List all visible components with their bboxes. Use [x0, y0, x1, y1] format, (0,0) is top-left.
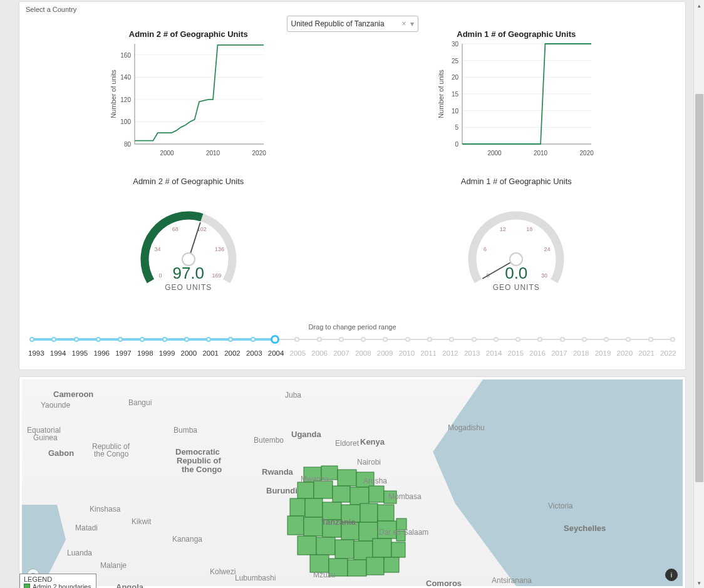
svg-text:80: 80	[124, 141, 132, 148]
svg-rect-56	[298, 482, 314, 498]
svg-text:34: 34	[154, 246, 160, 252]
year-label: 2022	[660, 349, 676, 357]
svg-rect-58	[333, 486, 350, 502]
map-label: Antsiranana	[492, 576, 532, 585]
scroll-up-icon[interactable]: ▴	[694, 0, 704, 11]
year-labels: 1993199419951996199719981999200020012002…	[28, 349, 676, 357]
map-label: Malanje	[100, 561, 127, 570]
svg-rect-62	[290, 498, 305, 516]
gauge-unit: GEO UNITS	[422, 283, 610, 292]
map-label: Kolwezi	[210, 567, 236, 576]
gauge-title: Admin 1 # of Geographic Units	[422, 177, 610, 186]
map-label: Mwanza	[301, 475, 329, 483]
chevron-down-icon[interactable]: ▾	[410, 19, 414, 28]
svg-text:160: 160	[120, 52, 131, 59]
year-label: 1994	[50, 349, 66, 357]
svg-text:0: 0	[158, 272, 162, 279]
svg-text:Number of units: Number of units	[110, 70, 117, 118]
map-label: Mzuzu	[313, 570, 335, 579]
svg-text:136: 136	[215, 246, 224, 252]
svg-rect-80	[373, 539, 391, 557]
slider-track[interactable]	[32, 333, 673, 346]
svg-text:5: 5	[455, 124, 459, 131]
scroll-down-icon[interactable]: ▾	[694, 577, 704, 588]
year-label: 2001	[202, 349, 219, 357]
map-label: Kinshasa	[90, 505, 120, 513]
admin2-line-chart: Admin 2 # of Geographic Units 8010012014…	[95, 29, 282, 159]
clear-icon[interactable]: ×	[401, 19, 406, 28]
year-label: 2009	[377, 349, 393, 357]
svg-text:68: 68	[172, 226, 179, 232]
svg-text:10: 10	[452, 108, 459, 115]
map-label: Luanda	[67, 549, 92, 557]
svg-text:Number of units: Number of units	[437, 70, 445, 118]
map-label: Mombasa	[388, 492, 422, 501]
year-slider[interactable]: Drag to change period range 199319941995…	[24, 323, 680, 357]
year-label: 2015	[508, 349, 524, 357]
year-label: 2018	[573, 349, 589, 357]
svg-rect-85	[366, 557, 384, 575]
map-label: Cameroon	[53, 389, 93, 399]
gauge-title: Admin 2 # of Geographic Units	[95, 177, 282, 186]
year-label: 1995	[72, 349, 88, 357]
svg-text:20: 20	[452, 74, 459, 81]
year-label: 1998	[137, 349, 153, 357]
vertical-scrollbar[interactable]: ▴ ▾	[693, 0, 704, 588]
line-chart-svg: 80100120140160200020102020Number of unit…	[107, 40, 270, 159]
map-canvas[interactable]: ◎ i CameroonYaoundeBanguiJubaBumbaEquato…	[22, 379, 683, 586]
svg-rect-69	[304, 517, 323, 536]
year-label: 2019	[595, 349, 611, 357]
year-label: 2020	[617, 349, 633, 357]
year-label: 2017	[551, 349, 567, 357]
year-label: 2016	[529, 349, 546, 357]
svg-text:12: 12	[500, 226, 506, 232]
svg-rect-76	[298, 536, 316, 555]
map-label: Lubumbashi	[235, 574, 276, 582]
svg-text:0: 0	[455, 141, 459, 148]
map-label: Kikwit	[132, 517, 151, 526]
svg-rect-63	[305, 498, 323, 517]
svg-text:120: 120	[120, 96, 131, 103]
gauge-value: 0.0	[422, 264, 610, 283]
slider-label: Drag to change period range	[24, 323, 680, 331]
map-label: Kananga	[172, 535, 202, 544]
svg-rect-60	[369, 486, 384, 502]
svg-text:2020: 2020	[580, 150, 594, 157]
map-label: the Congo	[182, 465, 222, 474]
year-label: 2007	[333, 349, 349, 357]
country-select-value: United Republic of Tanzania	[291, 19, 385, 28]
svg-rect-59	[350, 487, 369, 505]
year-label: 2014	[486, 349, 502, 357]
gauge-unit: GEO UNITS	[95, 283, 282, 292]
svg-text:2020: 2020	[252, 150, 266, 157]
map-label: Juba	[285, 391, 301, 400]
country-select[interactable]: United Republic of Tanzania × ▾	[287, 16, 418, 32]
map-legend: LEGEND Admin 2 boundaries	[19, 574, 96, 588]
svg-text:2010: 2010	[534, 150, 548, 157]
select-country-label: Select a Country	[24, 4, 680, 16]
svg-rect-57	[314, 481, 333, 498]
svg-text:169: 169	[212, 272, 221, 279]
admin2-gauge: Admin 2 # of Geographic Units 0346810213…	[95, 177, 282, 292]
legend-title: LEGEND	[24, 575, 91, 583]
map-info-icon[interactable]: i	[665, 569, 678, 581]
map-panel[interactable]: ◎ i CameroonYaoundeBanguiJubaBumbaEquato…	[19, 376, 686, 588]
year-label: 2012	[442, 349, 458, 357]
map-label: Eldoret	[335, 439, 359, 448]
svg-rect-54	[338, 470, 356, 486]
year-label: 1993	[28, 349, 44, 357]
map-label: Rwanda	[262, 467, 293, 477]
map-label: Mogadishu	[448, 423, 485, 432]
scroll-thumb[interactable]	[695, 94, 703, 482]
chart-title: Admin 2 # of Geographic Units	[95, 29, 282, 39]
svg-rect-84	[348, 560, 366, 576]
svg-rect-81	[391, 542, 405, 557]
map-label: Republic of	[177, 456, 221, 465]
year-label: 2004	[268, 349, 284, 357]
line-chart-svg: 051015202530200020102020Number of units	[435, 40, 598, 159]
svg-text:30: 30	[452, 41, 459, 48]
svg-rect-68	[287, 516, 304, 535]
svg-text:140: 140	[120, 74, 131, 81]
admin1-gauge: Admin 1 # of Geographic Units 0612182430…	[422, 177, 610, 292]
year-label: 2013	[464, 349, 480, 357]
